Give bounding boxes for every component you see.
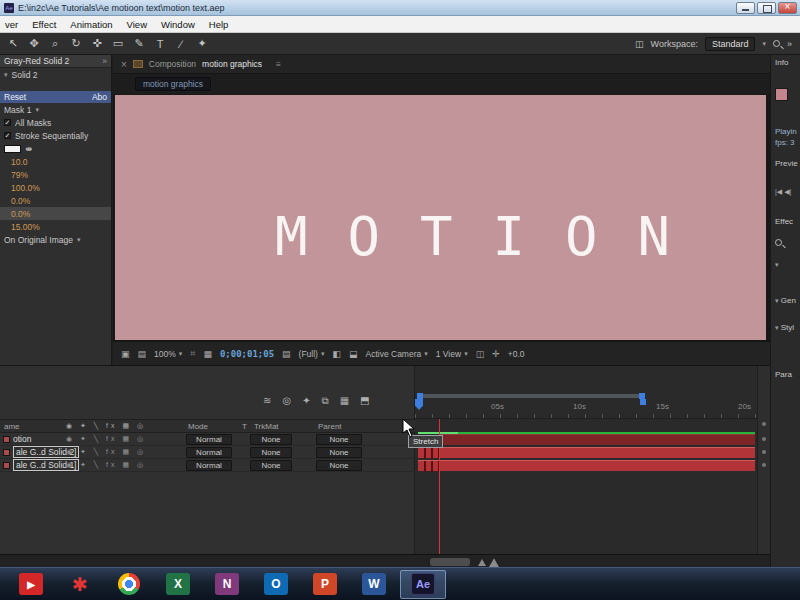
trkmat-header[interactable]: TrkMat [254, 422, 279, 431]
menu-item-layer[interactable]: ver [5, 19, 18, 30]
layer-switch-icons[interactable]: ◉ ✦ ╲ fx ▦ ◎ [66, 461, 146, 469]
layer-color-chip[interactable] [3, 449, 10, 456]
taskbar-media-player[interactable]: ▶ [8, 570, 54, 599]
start-value[interactable]: 0.0% [0, 194, 111, 207]
panel-chevrons-icon[interactable]: » [102, 56, 107, 66]
minimize-button[interactable] [736, 2, 755, 14]
time-ruler[interactable]: 05s 10s 15s 20s [415, 399, 757, 419]
mask-visibility-icon[interactable]: ▦ [203, 349, 212, 359]
layer-switch-icons[interactable]: ◉ ✦ ╲ fx ▦ ◎ [66, 448, 146, 456]
timeline-horizontal-scrollbar[interactable] [0, 554, 770, 568]
grid-guides-icon[interactable]: ⌗ [190, 348, 195, 359]
scrollbar-handle[interactable] [430, 558, 470, 566]
mode-dropdown[interactable]: Normal [186, 447, 232, 458]
tab-close-icon[interactable]: × [121, 59, 127, 70]
reset-link[interactable]: Reset [4, 92, 26, 102]
chevron-down-icon[interactable]: ▾ [321, 350, 325, 358]
rotate-tool-icon[interactable]: ↻ [70, 37, 82, 50]
always-preview-icon[interactable]: ▣ [121, 349, 130, 359]
taskbar-after-effects[interactable]: Ae [400, 570, 446, 599]
pixel-aspect-icon[interactable]: ◫ [476, 349, 485, 359]
trkmat-dropdown[interactable]: None [250, 460, 292, 471]
layer-name-header[interactable]: ame [4, 422, 20, 431]
draft3d-icon[interactable]: ▦ [340, 395, 349, 407]
search-icon[interactable] [773, 40, 780, 47]
layer-3-duration-bar[interactable] [418, 460, 755, 471]
snapshot-icon[interactable]: ▤ [282, 349, 291, 359]
paint-style-dropdown[interactable]: On Original Image [4, 235, 73, 245]
end-value[interactable]: 0.0% [0, 207, 111, 220]
parent-dropdown[interactable]: None [316, 460, 362, 471]
zoom-dropdown[interactable]: 100% [154, 349, 176, 359]
selection-tool-icon[interactable]: ↖ [7, 37, 19, 50]
stylize-category[interactable]: ▾ Styl [775, 323, 794, 332]
close-button[interactable] [778, 2, 797, 14]
parent-dropdown[interactable]: None [316, 447, 362, 458]
brainstorm-icon[interactable]: ✦ [302, 395, 310, 407]
zoom-tool-icon[interactable]: ⌕ [49, 37, 61, 50]
effects-search-icon[interactable] [775, 239, 782, 246]
keyframe-tick[interactable] [431, 448, 433, 459]
tab-comp-name[interactable]: motion graphics [202, 59, 262, 69]
mode-dropdown[interactable]: Normal [186, 434, 232, 445]
chevron-down-icon[interactable]: ▾ [464, 350, 468, 358]
magnification-icon[interactable]: ▤ [138, 349, 147, 359]
transparency-grid-icon[interactable]: ⬓ [349, 349, 358, 359]
generate-category[interactable]: ▾ Gen [775, 296, 796, 305]
layer-switch-icons[interactable]: ◉ ✦ ╲ fx ▦ ◎ [66, 435, 146, 443]
trkmat-dropdown[interactable]: None [250, 434, 292, 445]
pan-behind-tool-icon[interactable]: ✜ [91, 37, 103, 50]
layer-row-1[interactable]: otion ◉ ✦ ╲ fx ▦ ◎ Normal None None [0, 433, 415, 446]
menu-item-help[interactable]: Help [209, 19, 229, 30]
brush-tool-icon[interactable]: ∕ [175, 38, 187, 50]
taskbar-chrome[interactable] [106, 570, 152, 599]
comp-breadcrumb[interactable]: motion graphics [135, 77, 211, 91]
menu-item-window[interactable]: Window [161, 19, 195, 30]
comp-canvas[interactable]: MOTION [115, 95, 766, 340]
chevron-down-icon[interactable]: ▾ [35, 106, 39, 114]
zoom-in-mountain-icon[interactable] [489, 558, 499, 567]
keyframe-tick[interactable] [424, 448, 426, 459]
preview-panel-tab[interactable]: Previe [775, 159, 798, 168]
t-header[interactable]: T [242, 422, 247, 431]
twirl-icon[interactable]: ▾ [4, 71, 8, 79]
taskbar-outlook[interactable]: O [253, 570, 299, 599]
taskbar-powerpoint[interactable]: P [302, 570, 348, 599]
camera-dropdown[interactable]: Active Camera [366, 349, 422, 359]
about-link[interactable]: Abo [92, 92, 107, 102]
spacing-value[interactable]: 15.00% [0, 220, 111, 233]
fast-previews-icon[interactable]: ✛ [492, 349, 500, 359]
parent-dropdown[interactable]: None [316, 434, 362, 445]
motion-blur-icon[interactable]: ◎ [282, 395, 291, 407]
trkmat-dropdown[interactable]: None [250, 447, 292, 458]
view-layout-dropdown[interactable]: 1 View [436, 349, 461, 359]
brush-size-value[interactable]: 10.0 [0, 155, 111, 168]
shape-tool-icon[interactable]: ▭ [112, 37, 124, 50]
roi-icon[interactable]: ◧ [332, 349, 341, 359]
panel-chevrons-icon[interactable]: » [787, 39, 792, 49]
exposure-value[interactable]: +0.0 [508, 349, 525, 359]
info-panel-tab[interactable]: Info [775, 58, 788, 67]
opacity-value[interactable]: 100.0% [0, 181, 111, 194]
timeline-track-area[interactable]: 05s 10s 15s 20s [415, 366, 757, 568]
hand-tool-icon[interactable]: ✥ [28, 37, 40, 50]
layer-row-3[interactable]: ale G..d Solid 1] ◉ ✦ ╲ fx ▦ ◎ Normal No… [0, 459, 415, 472]
taskbar-onenote[interactable]: N [204, 570, 250, 599]
menu-item-view[interactable]: View [127, 19, 147, 30]
chevron-down-icon[interactable]: ▾ [762, 40, 766, 48]
eyedropper-icon[interactable]: ⇼ [25, 144, 32, 154]
color-swatch[interactable] [4, 145, 21, 153]
comp-flowchart-icon[interactable]: ⧉ [322, 395, 329, 407]
menu-item-effect[interactable]: Effect [32, 19, 56, 30]
mode-dropdown[interactable]: Normal [186, 460, 232, 471]
layer-name[interactable]: otion [13, 434, 31, 444]
stroke-sequentially-checkbox[interactable]: ✓ [4, 132, 11, 139]
parent-header[interactable]: Parent [318, 422, 342, 431]
pen-tool-icon[interactable]: ✎ [133, 37, 145, 50]
keyframe-tick[interactable] [431, 461, 433, 472]
workspace-dropdown[interactable]: Standard [705, 37, 756, 51]
all-masks-checkbox[interactable]: ✓ [4, 119, 11, 126]
maximize-button[interactable] [757, 2, 776, 14]
chevron-down-icon[interactable]: ▾ [77, 236, 81, 244]
taskbar-excel[interactable]: X [155, 570, 201, 599]
